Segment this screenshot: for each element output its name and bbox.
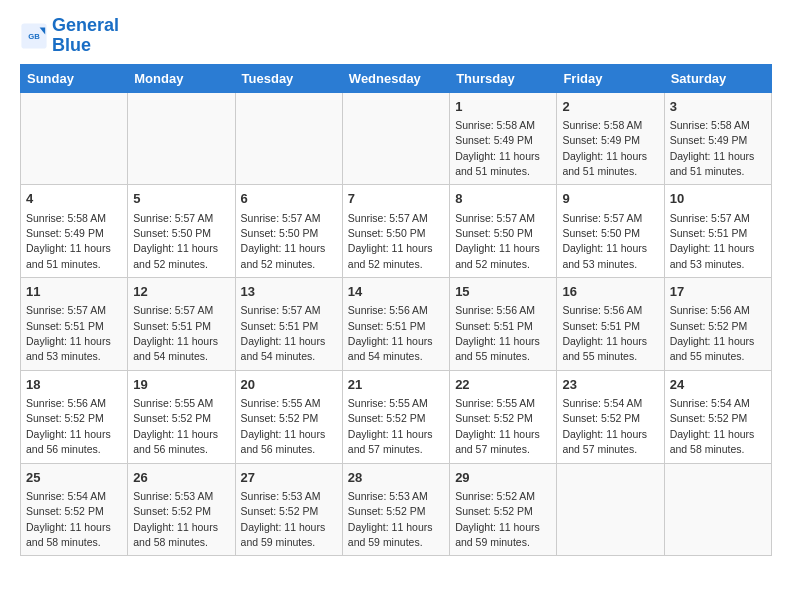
calendar-cell: 4Sunrise: 5:58 AM Sunset: 5:49 PM Daylig… [21,185,128,278]
day-info: Sunrise: 5:53 AM Sunset: 5:52 PM Dayligh… [348,490,433,548]
day-info: Sunrise: 5:57 AM Sunset: 5:51 PM Dayligh… [670,212,755,270]
logo: GB General Blue [20,16,119,56]
calendar-cell [235,92,342,185]
col-header-saturday: Saturday [664,64,771,92]
day-info: Sunrise: 5:57 AM Sunset: 5:51 PM Dayligh… [133,304,218,362]
day-info: Sunrise: 5:57 AM Sunset: 5:50 PM Dayligh… [562,212,647,270]
calendar-cell: 6Sunrise: 5:57 AM Sunset: 5:50 PM Daylig… [235,185,342,278]
calendar-week-row: 25Sunrise: 5:54 AM Sunset: 5:52 PM Dayli… [21,463,772,556]
calendar-cell: 10Sunrise: 5:57 AM Sunset: 5:51 PM Dayli… [664,185,771,278]
calendar-cell: 22Sunrise: 5:55 AM Sunset: 5:52 PM Dayli… [450,370,557,463]
calendar-cell: 13Sunrise: 5:57 AM Sunset: 5:51 PM Dayli… [235,278,342,371]
logo-icon: GB [20,22,48,50]
day-info: Sunrise: 5:57 AM Sunset: 5:50 PM Dayligh… [133,212,218,270]
calendar-table: SundayMondayTuesdayWednesdayThursdayFrid… [20,64,772,557]
day-number: 3 [670,98,766,116]
calendar-cell [664,463,771,556]
day-number: 23 [562,376,658,394]
calendar-cell: 24Sunrise: 5:54 AM Sunset: 5:52 PM Dayli… [664,370,771,463]
day-info: Sunrise: 5:54 AM Sunset: 5:52 PM Dayligh… [670,397,755,455]
day-number: 11 [26,283,122,301]
day-number: 20 [241,376,337,394]
day-info: Sunrise: 5:56 AM Sunset: 5:52 PM Dayligh… [670,304,755,362]
day-number: 26 [133,469,229,487]
calendar-cell: 17Sunrise: 5:56 AM Sunset: 5:52 PM Dayli… [664,278,771,371]
calendar-cell: 28Sunrise: 5:53 AM Sunset: 5:52 PM Dayli… [342,463,449,556]
day-number: 9 [562,190,658,208]
calendar-week-row: 11Sunrise: 5:57 AM Sunset: 5:51 PM Dayli… [21,278,772,371]
day-number: 2 [562,98,658,116]
day-info: Sunrise: 5:58 AM Sunset: 5:49 PM Dayligh… [562,119,647,177]
day-number: 29 [455,469,551,487]
col-header-friday: Friday [557,64,664,92]
day-info: Sunrise: 5:55 AM Sunset: 5:52 PM Dayligh… [133,397,218,455]
calendar-cell: 15Sunrise: 5:56 AM Sunset: 5:51 PM Dayli… [450,278,557,371]
day-info: Sunrise: 5:57 AM Sunset: 5:51 PM Dayligh… [241,304,326,362]
calendar-cell: 27Sunrise: 5:53 AM Sunset: 5:52 PM Dayli… [235,463,342,556]
calendar-cell [557,463,664,556]
day-number: 1 [455,98,551,116]
svg-text:GB: GB [28,32,40,41]
calendar-cell [128,92,235,185]
calendar-week-row: 18Sunrise: 5:56 AM Sunset: 5:52 PM Dayli… [21,370,772,463]
calendar-cell: 18Sunrise: 5:56 AM Sunset: 5:52 PM Dayli… [21,370,128,463]
day-info: Sunrise: 5:55 AM Sunset: 5:52 PM Dayligh… [455,397,540,455]
day-number: 24 [670,376,766,394]
day-number: 10 [670,190,766,208]
day-info: Sunrise: 5:56 AM Sunset: 5:51 PM Dayligh… [348,304,433,362]
calendar-cell: 5Sunrise: 5:57 AM Sunset: 5:50 PM Daylig… [128,185,235,278]
day-number: 19 [133,376,229,394]
calendar-week-row: 4Sunrise: 5:58 AM Sunset: 5:49 PM Daylig… [21,185,772,278]
day-info: Sunrise: 5:57 AM Sunset: 5:50 PM Dayligh… [455,212,540,270]
day-info: Sunrise: 5:55 AM Sunset: 5:52 PM Dayligh… [348,397,433,455]
calendar-cell: 7Sunrise: 5:57 AM Sunset: 5:50 PM Daylig… [342,185,449,278]
day-info: Sunrise: 5:53 AM Sunset: 5:52 PM Dayligh… [133,490,218,548]
day-number: 4 [26,190,122,208]
day-number: 12 [133,283,229,301]
day-info: Sunrise: 5:58 AM Sunset: 5:49 PM Dayligh… [670,119,755,177]
calendar-cell: 14Sunrise: 5:56 AM Sunset: 5:51 PM Dayli… [342,278,449,371]
day-info: Sunrise: 5:54 AM Sunset: 5:52 PM Dayligh… [26,490,111,548]
calendar-cell: 26Sunrise: 5:53 AM Sunset: 5:52 PM Dayli… [128,463,235,556]
day-info: Sunrise: 5:56 AM Sunset: 5:52 PM Dayligh… [26,397,111,455]
calendar-cell: 12Sunrise: 5:57 AM Sunset: 5:51 PM Dayli… [128,278,235,371]
day-info: Sunrise: 5:58 AM Sunset: 5:49 PM Dayligh… [455,119,540,177]
day-number: 15 [455,283,551,301]
calendar-cell: 3Sunrise: 5:58 AM Sunset: 5:49 PM Daylig… [664,92,771,185]
logo-text: General Blue [52,16,119,56]
calendar-cell: 1Sunrise: 5:58 AM Sunset: 5:49 PM Daylig… [450,92,557,185]
day-info: Sunrise: 5:54 AM Sunset: 5:52 PM Dayligh… [562,397,647,455]
calendar-cell: 23Sunrise: 5:54 AM Sunset: 5:52 PM Dayli… [557,370,664,463]
calendar-cell: 20Sunrise: 5:55 AM Sunset: 5:52 PM Dayli… [235,370,342,463]
calendar-cell: 21Sunrise: 5:55 AM Sunset: 5:52 PM Dayli… [342,370,449,463]
calendar-cell: 8Sunrise: 5:57 AM Sunset: 5:50 PM Daylig… [450,185,557,278]
calendar-cell: 9Sunrise: 5:57 AM Sunset: 5:50 PM Daylig… [557,185,664,278]
day-info: Sunrise: 5:57 AM Sunset: 5:50 PM Dayligh… [241,212,326,270]
day-number: 7 [348,190,444,208]
day-number: 25 [26,469,122,487]
col-header-wednesday: Wednesday [342,64,449,92]
day-number: 8 [455,190,551,208]
day-info: Sunrise: 5:57 AM Sunset: 5:50 PM Dayligh… [348,212,433,270]
calendar-week-row: 1Sunrise: 5:58 AM Sunset: 5:49 PM Daylig… [21,92,772,185]
col-header-sunday: Sunday [21,64,128,92]
day-number: 6 [241,190,337,208]
day-number: 16 [562,283,658,301]
calendar-header-row: SundayMondayTuesdayWednesdayThursdayFrid… [21,64,772,92]
day-number: 17 [670,283,766,301]
col-header-tuesday: Tuesday [235,64,342,92]
day-number: 22 [455,376,551,394]
day-number: 5 [133,190,229,208]
day-info: Sunrise: 5:57 AM Sunset: 5:51 PM Dayligh… [26,304,111,362]
day-number: 14 [348,283,444,301]
calendar-cell: 25Sunrise: 5:54 AM Sunset: 5:52 PM Dayli… [21,463,128,556]
col-header-monday: Monday [128,64,235,92]
calendar-cell [342,92,449,185]
day-number: 13 [241,283,337,301]
calendar-cell: 16Sunrise: 5:56 AM Sunset: 5:51 PM Dayli… [557,278,664,371]
day-number: 18 [26,376,122,394]
calendar-cell: 19Sunrise: 5:55 AM Sunset: 5:52 PM Dayli… [128,370,235,463]
day-number: 21 [348,376,444,394]
day-info: Sunrise: 5:52 AM Sunset: 5:52 PM Dayligh… [455,490,540,548]
day-number: 27 [241,469,337,487]
